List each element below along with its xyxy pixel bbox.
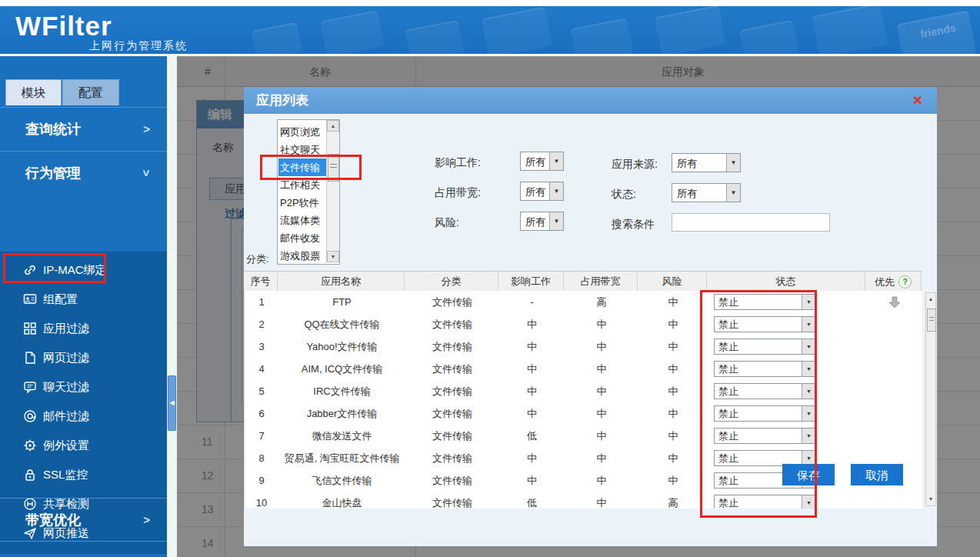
listbox-item-selected[interactable]: 文件传输: [278, 158, 328, 176]
table-scrollbar[interactable]: ▲ ▼: [925, 292, 936, 506]
sidebar-section-query-stats[interactable]: 查询统计 >: [0, 107, 167, 151]
cell-no: 9: [245, 469, 278, 492]
search-input[interactable]: [672, 213, 830, 232]
listbox-scroll-thumb[interactable]: [328, 154, 339, 182]
sidebar-item-web-filter[interactable]: 网页过滤: [0, 343, 167, 372]
priority-header-label: 优先: [875, 272, 895, 292]
dropdown-arrow-icon: ▼: [549, 182, 563, 200]
status-select[interactable]: 禁止▼: [714, 405, 816, 422]
cell-category: 文件传输: [405, 492, 499, 509]
sidebar-collapse-handle[interactable]: ◀: [168, 375, 176, 431]
modal-title: 应用列表: [256, 87, 308, 114]
scroll-down-icon[interactable]: ▼: [327, 251, 339, 262]
help-icon[interactable]: ?: [898, 275, 912, 289]
col-header-no: 序号: [244, 272, 278, 292]
lock-icon: [23, 468, 37, 482]
status-select[interactable]: 禁止▼: [714, 495, 816, 509]
cell-bandwidth: 中: [565, 335, 638, 358]
cell-priority: [866, 380, 922, 402]
sidebar-item-app-filter[interactable]: 应用过滤: [0, 314, 167, 343]
sidebar-item-mail-filter[interactable]: 邮件过滤: [0, 402, 167, 431]
status-select[interactable]: 禁止▼: [714, 294, 816, 310]
table-row: 1 FTP 文件传输 - 高 中 禁止▼: [245, 291, 922, 313]
dropdown-arrow-icon: ▼: [802, 429, 815, 443]
cell-risk: 中: [638, 313, 708, 335]
chevron-down-icon: >: [125, 170, 168, 177]
table-row: 6 Jabber文件传输 文件传输 中 中 中 禁止▼: [245, 402, 922, 425]
sidebar-section-bandwidth[interactable]: 带宽优化 >: [0, 498, 167, 542]
category-label: 分类:: [246, 252, 269, 266]
save-button[interactable]: 保存: [782, 464, 835, 485]
cell-risk: 高: [638, 492, 708, 509]
sidebar-item-chat-filter[interactable]: 聊天过滤: [0, 372, 167, 402]
cell-work: 中: [499, 358, 565, 380]
chat-bubble-icon: [23, 380, 37, 394]
cell-no: 1: [245, 291, 278, 313]
scroll-up-icon[interactable]: ▲: [926, 294, 935, 305]
cell-priority: [866, 335, 922, 358]
table-scroll-thumb[interactable]: [927, 309, 936, 332]
dropdown-arrow-icon: ▼: [802, 362, 815, 376]
brand-subtitle: 上网行为管理系统: [89, 39, 188, 53]
cell-category: 文件传输: [405, 335, 499, 358]
sidebar-item-ip-mac-binding[interactable]: IP-MAC绑定: [0, 255, 167, 285]
cell-status: 禁止▼: [708, 291, 866, 313]
cell-name: QQ在线文件传输: [278, 313, 405, 335]
close-icon[interactable]: ×: [908, 90, 928, 110]
scroll-down-icon[interactable]: ▼: [926, 494, 935, 505]
cell-work: 中: [499, 469, 565, 492]
cell-name: 金山快盘: [278, 492, 405, 509]
cell-no: 6: [245, 402, 278, 425]
status-select[interactable]: 禁止▼: [714, 316, 816, 332]
sidebar-section-next: [0, 541, 167, 557]
impact-select[interactable]: 所有 ▼: [520, 152, 564, 171]
source-select[interactable]: 所有 ▼: [672, 153, 741, 172]
status-select[interactable]: 禁止▼: [714, 361, 816, 377]
tab-config[interactable]: 配置: [62, 79, 119, 105]
table-row: 10 金山快盘 文件传输 低 中 高 禁止▼: [245, 492, 922, 509]
listbox-item[interactable]: 工作相关: [278, 176, 328, 194]
filter-label-risk: 风险:: [435, 216, 459, 230]
cell-status: 禁止▼: [708, 425, 866, 447]
cancel-button[interactable]: 取消: [851, 464, 903, 485]
risk-select[interactable]: 所有 ▼: [520, 212, 564, 231]
listbox-scrollbar[interactable]: ▲ ▼: [326, 120, 339, 262]
sidebar-item-label: 例外设置: [43, 439, 89, 452]
status-value: 禁止: [718, 495, 738, 509]
priority-down-arrow-icon[interactable]: [888, 295, 902, 309]
sidebar-section-behavior-mgmt[interactable]: 行为管理 >: [0, 151, 167, 195]
filter-label-search: 搜索条件: [612, 218, 655, 232]
sidebar-item-group-config[interactable]: 组配置: [0, 285, 167, 314]
status-select[interactable]: 禁止▼: [714, 339, 816, 355]
listbox-item[interactable]: 流媒体类: [278, 212, 328, 229]
listbox-item[interactable]: 社交聊天: [278, 141, 328, 158]
cell-bandwidth: 中: [565, 313, 638, 335]
dropdown-arrow-icon: ▼: [802, 317, 815, 332]
status-filter-select[interactable]: 所有 ▼: [672, 183, 741, 202]
dropdown-arrow-icon: ▼: [726, 154, 740, 172]
sidebar-item-exception-settings[interactable]: 例外设置: [0, 431, 167, 460]
filter-label-impact: 影响工作:: [435, 156, 481, 170]
listbox-item[interactable]: 游戏股票: [278, 247, 328, 265]
section-label: 行为管理: [25, 165, 81, 181]
cell-name: 微信发送文件: [278, 425, 405, 447]
cell-priority: [866, 402, 922, 425]
cell-bandwidth: 中: [565, 425, 638, 447]
cell-work: -: [499, 291, 565, 313]
category-listbox[interactable]: 网页浏览 社交聊天 文件传输 工作相关 P2P软件 流媒体类 邮件收发 游戏股票…: [277, 119, 340, 265]
tab-modules[interactable]: 模块: [5, 79, 62, 105]
cell-no: 10: [245, 492, 278, 509]
cell-status: 禁止▼: [708, 492, 866, 509]
bandwidth-select[interactable]: 所有 ▼: [520, 182, 564, 201]
sidebar-item-ssl-monitor[interactable]: SSL监控: [0, 460, 167, 489]
status-select[interactable]: 禁止▼: [714, 428, 816, 444]
scroll-up-icon[interactable]: ▲: [327, 120, 339, 132]
dropdown-arrow-icon: ▼: [726, 184, 740, 202]
status-select[interactable]: 禁止▼: [714, 383, 816, 399]
chevron-right-icon: >: [143, 108, 150, 151]
listbox-item[interactable]: 网页浏览: [278, 123, 328, 141]
listbox-item[interactable]: 邮件收发: [278, 229, 328, 247]
cell-risk: 中: [638, 425, 708, 447]
cell-bandwidth: 中: [565, 492, 638, 509]
listbox-item[interactable]: P2P软件: [278, 194, 328, 212]
